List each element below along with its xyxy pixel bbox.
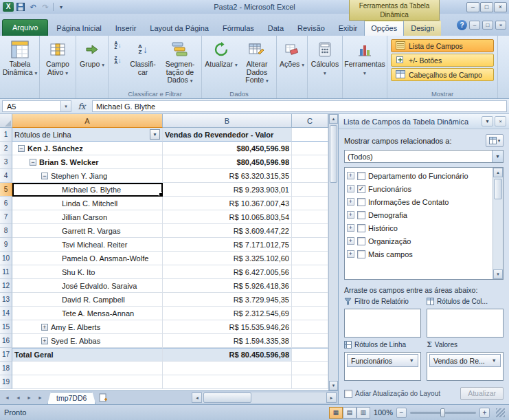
expand-icon[interactable]: + — [347, 172, 354, 179]
column-header-B[interactable]: B — [163, 114, 292, 128]
cell-C5[interactable] — [292, 183, 328, 197]
cell-C10[interactable] — [292, 252, 328, 265]
zoom-slider[interactable] — [410, 412, 476, 414]
tab-revisao[interactable]: Revisão — [291, 21, 332, 36]
cell-A10[interactable]: Pamela O. Ansman-Wolfe — [12, 252, 163, 265]
row-header-12[interactable]: 12 — [0, 279, 12, 293]
cell-B10[interactable]: R$ 3.325.102,60 — [163, 252, 292, 265]
tab-opcoes[interactable]: Opções — [364, 20, 404, 36]
column-header-A[interactable]: A — [12, 114, 163, 128]
cell-A3[interactable]: −Brian S. Welcker — [12, 155, 163, 169]
save-icon[interactable] — [15, 2, 26, 12]
checkbox[interactable] — [344, 390, 352, 398]
resize-grip[interactable] — [496, 408, 505, 417]
cell-C14[interactable] — [292, 307, 328, 320]
row-header-19[interactable]: 19 — [0, 375, 12, 389]
row-header-13[interactable]: 13 — [0, 293, 12, 307]
row-header-14[interactable]: 14 — [0, 307, 12, 320]
cell-C7[interactable] — [292, 210, 328, 224]
collapse-button[interactable]: − — [18, 145, 25, 152]
zoom-level[interactable]: 100% — [374, 408, 393, 417]
undo-icon[interactable]: ↶ — [27, 2, 38, 12]
scroll-down-icon[interactable]: ▼ — [493, 269, 503, 279]
row-header-16[interactable]: 16 — [0, 334, 12, 348]
atualizar-button[interactable]: Atualizar ▾ — [203, 37, 239, 89]
cell-B6[interactable]: R$ 10.367.007,43 — [163, 197, 292, 210]
tab-arquivo[interactable]: Arquivo — [2, 19, 48, 36]
field-tree-item-departamento-do-funcionario[interactable]: +Departamento do Funcionário — [347, 169, 493, 182]
expand-button[interactable]: + — [41, 338, 48, 344]
columns-area-box[interactable] — [427, 309, 504, 338]
cabecalhos-de-campo-toggle[interactable]: Cabeçalhos de Campo — [391, 68, 494, 81]
tabela-dinamica-button[interactable]: Tabela Dinâmica ▾ — [2, 37, 38, 89]
row-header-7[interactable]: 7 — [0, 210, 12, 224]
cell-C1[interactable] — [292, 128, 328, 142]
cell-B7[interactable]: R$ 10.065.803,54 — [163, 210, 292, 224]
vertical-scrollbar[interactable]: ▲ ▼ — [328, 114, 338, 390]
row-header-17[interactable]: 17 — [0, 348, 12, 362]
cell-A14[interactable]: Tete A. Mensa-Annan — [12, 307, 163, 320]
cell-A17[interactable]: Total Geral — [12, 348, 163, 362]
tree-scroll-track[interactable] — [493, 177, 503, 269]
minimize-button[interactable]: – — [466, 2, 479, 12]
field-tree-item-informacoes-de-contato[interactable]: +Informações de Contato — [347, 195, 493, 208]
cell-C2[interactable] — [292, 142, 328, 155]
row-header-6[interactable]: 6 — [0, 197, 12, 210]
cell-C16[interactable] — [292, 334, 328, 348]
row-header-3[interactable]: 3 — [0, 155, 12, 169]
cell-C11[interactable] — [292, 265, 328, 279]
field-tree-item-organizacao[interactable]: +Organização — [347, 234, 493, 247]
cell-C8[interactable] — [292, 224, 328, 238]
acoes-button[interactable]: Ações ▾ — [278, 37, 306, 89]
cell-B3[interactable]: $80,450,596.98 — [163, 155, 292, 169]
tab-exibir[interactable]: Exibir — [332, 21, 365, 36]
values-area-box[interactable]: Vendas do Re... ▼ — [427, 352, 504, 381]
cell-B17[interactable]: R$ 80.450.596,98 — [163, 348, 292, 362]
cell-A4[interactable]: −Stephen Y. Jiang — [12, 169, 163, 183]
defer-layout-update[interactable]: Adiar Atualização do Layout — [344, 390, 460, 398]
cell-A2[interactable]: −Ken J. Sánchez — [12, 142, 163, 155]
field-tree-item-demografia[interactable]: +Demografia — [347, 208, 493, 221]
workbook-restore-button[interactable]: □ — [482, 21, 493, 30]
insert-worksheet-icon[interactable] — [95, 391, 111, 404]
cell-C19[interactable] — [292, 375, 328, 389]
checkbox[interactable] — [357, 198, 365, 206]
excel-logo-icon[interactable]: X — [3, 2, 14, 12]
page-break-view-icon[interactable]: ▥ — [357, 407, 370, 419]
expand-icon[interactable]: + — [347, 211, 354, 219]
cell-B19[interactable] — [163, 375, 292, 389]
field-tree-item-historico[interactable]: +Histórico — [347, 221, 493, 234]
expand-icon[interactable]: + — [347, 250, 354, 258]
horizontal-scroll-track[interactable] — [202, 393, 326, 403]
cell-C6[interactable] — [292, 197, 328, 210]
close-button[interactable]: × — [494, 2, 507, 12]
row-header-18[interactable]: 18 — [0, 362, 12, 375]
cell-B2[interactable]: $80,450,596.98 — [163, 142, 292, 155]
tab-layout-da-pagina[interactable]: Layout da Página — [143, 21, 216, 36]
normal-view-icon[interactable]: ▦ — [329, 407, 343, 419]
rows-area-box[interactable]: Funcionários ▼ — [344, 352, 421, 381]
cell-C3[interactable] — [292, 155, 328, 169]
cell-A9[interactable]: Tsvi Micheal. Reiter — [12, 238, 163, 252]
row-header-15[interactable]: 15 — [0, 320, 12, 334]
cell-A18[interactable] — [12, 362, 163, 375]
cell-C17[interactable] — [292, 348, 328, 362]
cell-A8[interactable]: Garrett R. Vargas — [12, 224, 163, 238]
alterar-dados-fonte-button[interactable]: Alterar Dados Fonte ▾ — [239, 37, 275, 89]
tab-data[interactable]: Data — [261, 21, 291, 36]
first-sheet-icon[interactable]: ◄ — [2, 393, 12, 403]
cell-A1[interactable]: Rótulos de Linha▼ — [12, 128, 163, 142]
cell-B16[interactable]: R$ 1.594.335,38 — [163, 334, 292, 348]
row-header-11[interactable]: 11 — [0, 265, 12, 279]
cell-B11[interactable]: R$ 6.427.005,56 — [163, 265, 292, 279]
scroll-down-icon[interactable]: ▼ — [329, 381, 338, 390]
row-header-8[interactable]: 8 — [0, 224, 12, 238]
expand-button[interactable]: + — [41, 324, 48, 331]
collapse-button[interactable]: − — [41, 173, 48, 179]
segmentacao-dados-button[interactable]: Segmen-tação de Dados ▾ — [160, 37, 200, 89]
show-fields-combobox[interactable]: (Todos) ▼ — [344, 150, 504, 163]
vertical-scroll-thumb[interactable] — [330, 125, 337, 183]
sort-za-button[interactable]: ZA↓ — [111, 54, 125, 67]
filter-area-box[interactable] — [344, 309, 421, 338]
expand-icon[interactable]: + — [347, 237, 354, 245]
